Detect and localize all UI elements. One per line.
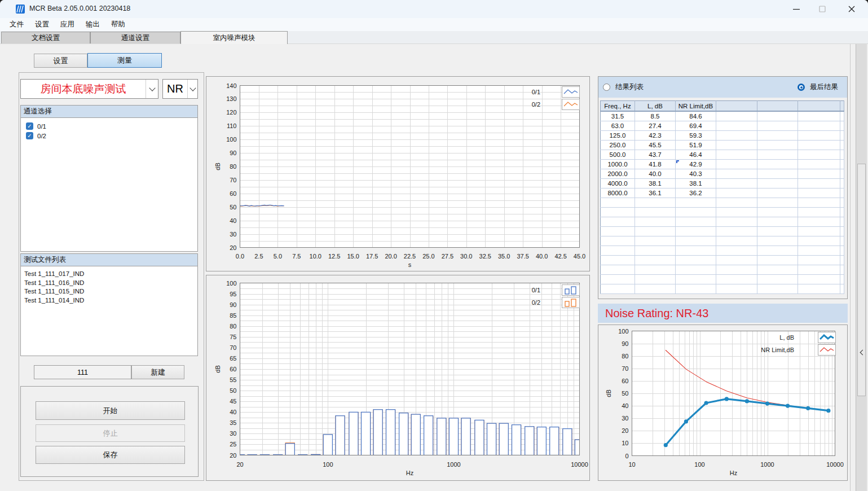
subtab-measure-button[interactable]: 测量 [87,53,162,68]
table-empty-row[interactable] [601,217,844,227]
table-empty-row[interactable] [601,236,844,246]
table-row[interactable]: 2000.040.040.3 [601,169,844,179]
channel-row-0-2[interactable]: ✓ 0/2 [21,131,197,141]
svg-text:25: 25 [230,441,236,448]
menubar: 文件 设置 应用 输出 帮助 [0,18,868,31]
svg-text:60: 60 [230,190,236,197]
test-file-list-box: 测试文件列表 Test 1_111_017_IND Test 1_111_016… [20,253,198,356]
radio-unselected-icon[interactable] [603,84,610,91]
table-empty-row[interactable] [601,275,844,284]
maximize-button[interactable] [809,0,835,18]
svg-text:s: s [408,261,412,268]
svg-text:70: 70 [230,344,236,351]
svg-text:100: 100 [226,280,236,287]
svg-text:60: 60 [230,366,236,372]
svg-text:Hz: Hz [730,470,737,476]
tab-indoor-noise-module[interactable]: 室内噪声模块 [180,31,288,44]
svg-text:17.5: 17.5 [366,253,378,260]
new-button[interactable]: 新建 [131,365,184,379]
svg-text:7.5: 7.5 [292,253,301,260]
table-empty-row[interactable] [601,208,844,217]
time-history-chart: 20304050607080901001101201301400.02.55.0… [206,77,589,273]
app-logo-icon [16,5,25,14]
file-list-item[interactable]: Test 1_111_015_IND [21,287,197,296]
menu-settings[interactable]: 设置 [29,19,55,30]
svg-text:80: 80 [230,163,236,170]
checkbox-checked-icon[interactable]: ✓ [26,122,33,130]
table-row[interactable]: 63.027.469.4 [601,121,844,131]
svg-text:dB: dB [605,389,612,397]
svg-text:100: 100 [694,461,704,468]
table-empty-row[interactable] [601,284,844,294]
svg-text:32.5: 32.5 [479,253,491,260]
table-row[interactable]: 4000.038.138.1 [601,179,844,188]
svg-text:120: 120 [226,109,236,116]
channel-label: 0/1 [37,123,46,130]
svg-text:Hz: Hz [406,470,413,476]
tab-document-settings[interactable]: 文档设置 [1,32,90,43]
test-name-input[interactable] [34,365,131,379]
svg-text:60: 60 [622,378,628,384]
chevron-down-icon[interactable] [146,80,158,98]
table-empty-row[interactable] [601,198,844,208]
stop-button[interactable]: 停止 [36,424,185,442]
table-empty-row[interactable] [601,256,844,265]
file-list-item[interactable]: Test 1_111_014_IND [21,296,197,305]
table-empty-row[interactable] [601,227,844,236]
app-window: MCR Beta 2.05.0.001 20230418 文件 设置 应用 输出… [0,0,868,491]
radio-selected-icon[interactable] [797,84,805,91]
table-row[interactable]: 1000.041.842.9 [601,160,844,169]
svg-text:140: 140 [226,82,236,89]
svg-text:0: 0 [625,453,628,459]
svg-text:45: 45 [230,398,236,405]
table-row[interactable]: 125.042.359.3 [601,131,844,141]
spectrum-chart: 2025303540455055606570758085909510020100… [206,275,589,483]
svg-text:40: 40 [230,409,236,415]
svg-text:100: 100 [323,461,333,468]
menu-file[interactable]: 文件 [4,19,29,30]
action-box: 开始 停止 保存 [20,386,199,477]
table-row[interactable]: 250.045.551.9 [601,141,844,150]
table-row[interactable]: 31.58.584.6 [601,111,844,121]
channel-section-title: 通道选择 [21,106,197,118]
window-title: MCR Beta 2.05.0.001 20230418 [29,5,130,12]
table-row[interactable]: 500.043.746.4 [601,150,844,160]
svg-text:dB: dB [214,365,221,372]
file-section-title: 测试文件列表 [21,254,197,266]
last-result-radio[interactable]: 最后结果 [797,82,838,92]
svg-text:50: 50 [230,387,236,394]
close-button[interactable] [835,0,868,18]
test-type-combobox[interactable]: 房间本底噪声测试 [20,79,158,99]
save-button[interactable]: 保存 [36,446,185,464]
table-empty-row[interactable] [601,265,844,275]
subtab-settings-button[interactable]: 设置 [34,54,87,68]
table-empty-row[interactable] [601,246,844,256]
chevron-left-icon [860,350,866,356]
channel-selection-box: 通道选择 ✓ 0/1 ✓ 0/2 [20,105,198,252]
minimize-button[interactable] [783,0,809,18]
file-list-item[interactable]: Test 1_111_016_IND [21,279,197,288]
collapse-panel-button[interactable] [857,164,866,396]
file-list-item[interactable]: Test 1_111_017_IND [21,270,197,279]
svg-text:110: 110 [227,122,237,129]
svg-text:10000: 10000 [826,461,844,468]
chevron-down-icon[interactable] [187,80,197,98]
channel-row-0-1[interactable]: ✓ 0/1 [21,121,197,131]
result-list-radio[interactable]: 结果列表 [603,82,644,92]
menu-application[interactable]: 应用 [55,19,80,30]
menu-help[interactable]: 帮助 [105,19,131,30]
svg-text:25.0: 25.0 [422,253,434,260]
table-row[interactable]: 8000.036.136.2 [601,188,844,198]
checkbox-checked-icon[interactable]: ✓ [26,132,33,139]
svg-text:20: 20 [230,244,236,251]
svg-text:70: 70 [230,177,236,183]
tab-channel-settings[interactable]: 通道设置 [90,32,180,43]
rating-value: NR [163,80,187,98]
file-list: Test 1_111_017_IND Test 1_111_016_IND Te… [21,266,197,356]
svg-text:30: 30 [230,430,236,437]
start-button[interactable]: 开始 [36,401,185,420]
rating-combobox[interactable]: NR [162,79,198,99]
svg-text:70: 70 [622,365,628,372]
right-splitter-bar [856,44,867,491]
menu-output[interactable]: 输出 [80,19,105,30]
